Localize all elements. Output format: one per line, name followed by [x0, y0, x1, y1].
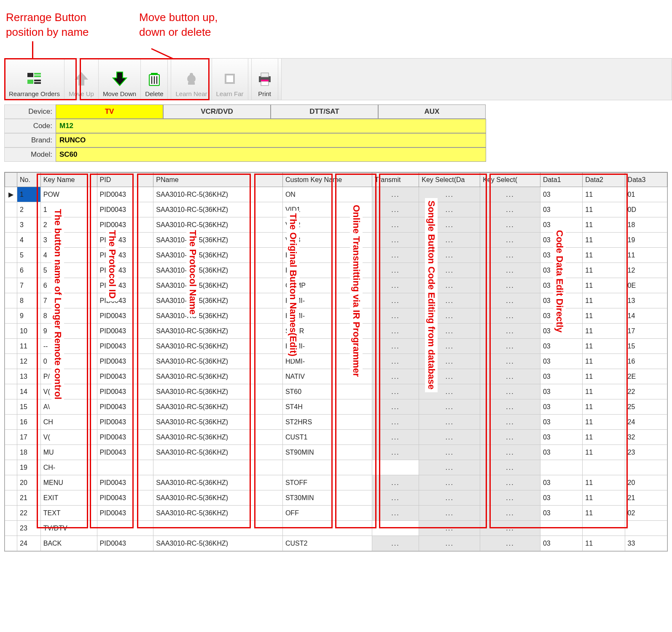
cell-data2[interactable]: 11 [583, 354, 625, 369]
col-key-name[interactable]: Key Name [40, 173, 97, 187]
cell-transmit[interactable]: ... [372, 354, 419, 369]
cell-no[interactable]: 17 [17, 430, 40, 445]
cell-key[interactable]: TV/DTV [40, 521, 97, 536]
cell-data3[interactable]: 02 [625, 506, 667, 521]
cell-data2[interactable]: 11 [583, 415, 625, 430]
cell-pid[interactable]: PID0043 [97, 369, 153, 384]
cell-custom-key[interactable]: VID3 [282, 233, 372, 248]
cell-data1[interactable]: 03 [540, 506, 582, 521]
cell-pname[interactable]: SAA3010-RC-5(36KHZ) [153, 217, 283, 233]
cell-data2[interactable]: 11 [583, 278, 625, 293]
cell-custom-key[interactable]: HD1 [282, 248, 372, 263]
cell-pid[interactable]: PID0043 [97, 248, 153, 263]
cell-pid[interactable]: PID0043 [97, 278, 153, 293]
table-row[interactable]: 20MENUPID0043SAA3010-RC-5(36KHZ)STOFF...… [5, 475, 667, 490]
cell-key-select[interactable]: ... [480, 233, 540, 248]
cell-data1[interactable]: 03 [540, 384, 582, 399]
model-value[interactable]: SC60 [56, 147, 486, 162]
table-row[interactable]: 13P/PID0043SAA3010-RC-5(36KHZ)NATIV.....… [5, 369, 667, 384]
cell-pid[interactable]: PID0043 [97, 415, 153, 430]
cell-key-select[interactable]: ... [480, 399, 540, 415]
cell-data2[interactable]: 11 [583, 308, 625, 324]
cell-pname[interactable]: SAA3010-RC-5(36KHZ) [153, 293, 283, 308]
cell-data3[interactable]: 20 [625, 475, 667, 490]
cell-transmit[interactable]: ... [372, 430, 419, 445]
cell-data3[interactable]: 25 [625, 399, 667, 415]
cell-pname[interactable]: SAA3010-RC-5(36KHZ) [153, 339, 283, 354]
col-data3[interactable]: Data3 [625, 173, 667, 187]
cell-data3[interactable] [625, 521, 667, 536]
cell-data3[interactable]: 24 [625, 415, 667, 430]
cell-custom-key[interactable] [282, 460, 372, 475]
table-row[interactable]: 98PID0043SAA3010-RC-5(36KHZ)HDMI-.......… [5, 308, 667, 324]
cell-key[interactable]: 8 [40, 308, 97, 324]
cell-key-select[interactable]: ... [480, 278, 540, 293]
cell-key[interactable]: BACK [40, 536, 97, 551]
cell-pname[interactable]: SAA3010-RC-5(36KHZ) [153, 536, 283, 551]
cell-key[interactable]: 0 [40, 354, 97, 369]
cell-transmit[interactable]: ... [372, 187, 419, 202]
cell-data2[interactable]: 11 [583, 384, 625, 399]
cell-transmit[interactable]: ... [372, 490, 419, 506]
cell-data2[interactable]: 11 [583, 233, 625, 248]
cell-data3[interactable]: 19 [625, 233, 667, 248]
tab-aux[interactable]: AUX [378, 104, 486, 119]
cell-data1[interactable]: 03 [540, 430, 582, 445]
cell-pname[interactable]: SAA3010-RC-5(36KHZ) [153, 506, 283, 521]
cell-pname[interactable]: SAA3010-RC-5(36KHZ) [153, 475, 283, 490]
cell-data1[interactable]: 03 [540, 399, 582, 415]
cell-data1[interactable] [540, 460, 582, 475]
cell-pname[interactable]: SAA3010-RC-5(36KHZ) [153, 369, 283, 384]
cell-data2[interactable] [583, 521, 625, 536]
cell-key-select[interactable]: ... [480, 475, 540, 490]
cell-pid[interactable]: PID0043 [97, 233, 153, 248]
cell-custom-key[interactable]: HDMI- [282, 354, 372, 369]
cell-custom-key[interactable]: VID2 [282, 217, 372, 233]
cell-pname[interactable]: SAA3010-RC-5(36KHZ) [153, 354, 283, 369]
table-row[interactable]: 18MUPID0043SAA3010-RC-5(36KHZ)ST90MIN...… [5, 445, 667, 460]
cell-no[interactable]: 11 [17, 339, 40, 354]
cell-key-select-da[interactable]: ... [419, 506, 480, 521]
cell-pid[interactable]: PID0043 [97, 324, 153, 339]
cell-pid[interactable]: PID0043 [97, 263, 153, 278]
cell-pid[interactable]: PID0043 [97, 490, 153, 506]
cell-pid[interactable]: PID0043 [97, 354, 153, 369]
cell-key[interactable]: 7 [40, 293, 97, 308]
col-no[interactable]: No. [17, 173, 40, 187]
cell-custom-key[interactable]: ST30MIN [282, 490, 372, 506]
cell-pname[interactable]: SAA3010-RC-5(36KHZ) [153, 187, 283, 202]
table-row[interactable]: ▶1POWPID0043SAA3010-RC-5(36KHZ)ON.......… [5, 187, 667, 202]
cell-data2[interactable]: 11 [583, 475, 625, 490]
cell-pname[interactable]: SAA3010-RC-5(36KHZ) [153, 490, 283, 506]
cell-data2[interactable]: 11 [583, 490, 625, 506]
cell-key-select[interactable]: ... [480, 490, 540, 506]
cell-data1[interactable]: 03 [540, 354, 582, 369]
cell-transmit[interactable]: ... [372, 384, 419, 399]
cell-pid[interactable]: PID0043 [97, 399, 153, 415]
cell-key-select-da[interactable]: ... [419, 490, 480, 506]
cell-pname[interactable]: SAA3010-RC-5(36KHZ) [153, 278, 283, 293]
cell-key-select-da[interactable]: ... [419, 308, 480, 324]
cell-pid[interactable]: PID0043 [97, 339, 153, 354]
cell-custom-key[interactable]: HDMI- [282, 339, 372, 354]
cell-data3[interactable]: 01 [625, 187, 667, 202]
table-row[interactable]: 21PID0043SAA3010-RC-5(36KHZ)VID1........… [5, 202, 667, 217]
cell-key[interactable]: V( [40, 430, 97, 445]
cell-pname[interactable] [153, 460, 283, 475]
cell-key-select[interactable]: ... [480, 445, 540, 460]
cell-no[interactable]: 9 [17, 308, 40, 324]
cell-key-select[interactable]: ... [480, 248, 540, 263]
cell-pid[interactable] [97, 521, 153, 536]
cell-data2[interactable]: 11 [583, 506, 625, 521]
cell-key-select-da[interactable]: ... [419, 187, 480, 202]
cell-transmit[interactable]: ... [372, 369, 419, 384]
cell-transmit[interactable]: ... [372, 278, 419, 293]
cell-data3[interactable]: 32 [625, 430, 667, 445]
cell-data2[interactable]: 11 [583, 536, 625, 551]
cell-custom-key[interactable]: HDMI- [282, 308, 372, 324]
cell-key[interactable]: 1 [40, 202, 97, 217]
cell-key-select-da[interactable]: ... [419, 536, 480, 551]
table-row[interactable]: 65PID0043SAA3010-RC-5(36KHZ)HD2.........… [5, 263, 667, 278]
cell-pname[interactable]: SAA3010-RC-5(36KHZ) [153, 384, 283, 399]
cell-data1[interactable]: 03 [540, 248, 582, 263]
